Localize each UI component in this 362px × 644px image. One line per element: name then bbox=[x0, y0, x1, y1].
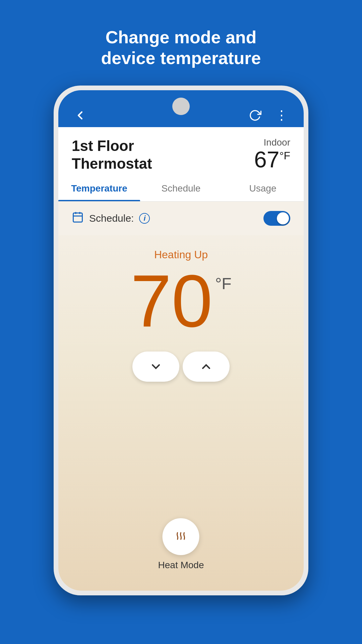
schedule-toggle[interactable] bbox=[263, 211, 290, 226]
device-name: 1st Floor Thermostat bbox=[72, 137, 152, 173]
tab-schedule[interactable]: Schedule bbox=[140, 176, 222, 201]
heat-mode-label: Heat Mode bbox=[158, 560, 204, 571]
temperature-display: Heating Up 70 °F bbox=[58, 235, 304, 590]
app-bar-left bbox=[72, 107, 88, 124]
schedule-bar: Schedule: i bbox=[58, 202, 304, 235]
app-bar-right: ⋮ bbox=[247, 107, 290, 124]
phone-frame: ⋮ 1st Floor Thermostat Indoor 67°F Tempe… bbox=[54, 86, 308, 595]
indoor-section: Indoor 67°F bbox=[254, 137, 290, 171]
content-area: Schedule: i Heating Up 70 °F bbox=[58, 202, 304, 590]
schedule-left: Schedule: i bbox=[72, 211, 150, 226]
tab-usage[interactable]: Usage bbox=[222, 176, 304, 201]
tab-temperature[interactable]: Temperature bbox=[58, 176, 140, 201]
heat-mode-button[interactable] bbox=[163, 518, 199, 555]
heat-mode-container: Heat Mode bbox=[158, 518, 204, 571]
refresh-button[interactable] bbox=[247, 107, 263, 124]
back-button[interactable] bbox=[72, 107, 88, 124]
decrease-temp-button[interactable] bbox=[132, 352, 179, 382]
tabs-container: Temperature Schedule Usage bbox=[58, 176, 304, 202]
phone-screen: ⋮ 1st Floor Thermostat Indoor 67°F Tempe… bbox=[58, 90, 304, 591]
more-options-button[interactable]: ⋮ bbox=[274, 107, 290, 124]
info-icon[interactable]: i bbox=[139, 213, 150, 224]
indoor-temp: 67°F bbox=[254, 147, 290, 172]
temp-number-container: 70 °F bbox=[130, 264, 231, 338]
heat-icon bbox=[173, 527, 189, 547]
heating-status: Heating Up bbox=[154, 249, 208, 261]
phone-notch bbox=[172, 98, 190, 115]
calendar-icon bbox=[72, 211, 84, 226]
device-header: 1st Floor Thermostat Indoor 67°F bbox=[58, 127, 304, 173]
temperature-value: 70 bbox=[130, 264, 213, 338]
temperature-unit: °F bbox=[215, 274, 232, 293]
temperature-controls bbox=[132, 352, 230, 382]
svg-rect-0 bbox=[73, 213, 82, 222]
schedule-label: Schedule: bbox=[89, 213, 134, 224]
increase-temp-button[interactable] bbox=[183, 352, 230, 382]
page-title: Change mode and device temperature bbox=[74, 27, 288, 69]
